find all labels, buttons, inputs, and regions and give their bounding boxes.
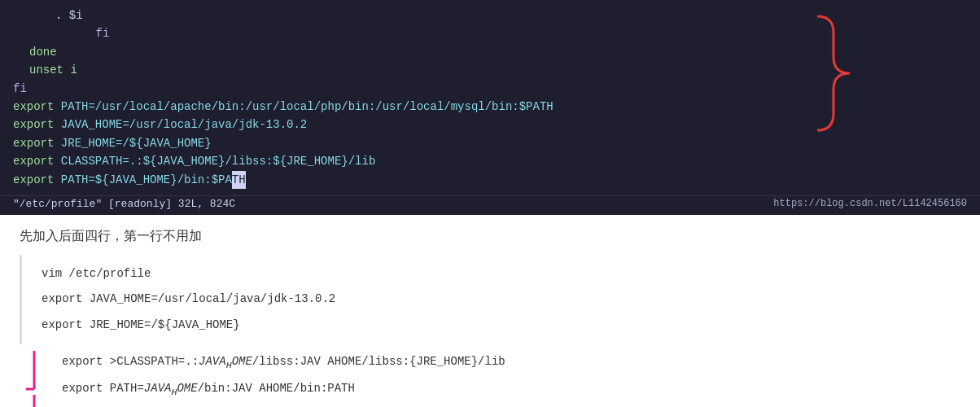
terminal-export-value: PATH=${JAVA_HOME}/bin:$PA bbox=[54, 171, 231, 189]
terminal-code: . $i bbox=[13, 7, 83, 24]
terminal-status-bar: "/etc/profile" [readonly] 32L, 824C http… bbox=[0, 195, 980, 215]
terminal-line-fi1: fi bbox=[13, 24, 967, 42]
terminal-export-keyword: export bbox=[13, 98, 54, 116]
instruction-line-4: export >CLASSPATH=.:JAVAHOME/libss:JAV A… bbox=[62, 349, 960, 376]
terminal-export-value: CLASSPATH=.:${JAVA_HOME}/libss:${JRE_HOM… bbox=[54, 152, 375, 170]
terminal-export-keyword: export bbox=[13, 152, 54, 170]
terminal-status-left: "/etc/profile" [readonly] 32L, 824C bbox=[13, 198, 235, 210]
terminal-export-keyword: export bbox=[13, 171, 54, 189]
bracket-lines-content: export >CLASSPATH=.:JAVAHOME/libss:JAV A… bbox=[39, 349, 960, 404]
terminal-line-export5: export PATH=${JAVA_HOME}/bin:$PATH bbox=[13, 171, 967, 189]
terminal-line-export2: export JAVA_HOME=/usr/local/java/jdk-13.… bbox=[13, 116, 967, 133]
description-text: 先加入后面四行，第一行不用加 bbox=[0, 215, 980, 252]
description-label: 先加入后面四行，第一行不用加 bbox=[20, 229, 202, 243]
terminal-block: . $i fi done unset i fi export PATH=/usr… bbox=[0, 0, 980, 195]
instruction-line-1: vim /etc/profile bbox=[42, 261, 941, 287]
terminal-wrapper: . $i fi done unset i fi export PATH=/usr… bbox=[0, 0, 980, 215]
terminal-code: unset i bbox=[13, 61, 77, 79]
terminal-line-unset: unset i bbox=[13, 61, 967, 79]
instruction-line-5: export PATH=JAVAHOME/bin:JAV AHOME/bin:P… bbox=[62, 376, 960, 403]
terminal-export-value: JAVA_HOME=/usr/local/java/jdk-13.0.2 bbox=[54, 116, 307, 133]
pink-bracket-svg bbox=[20, 344, 44, 407]
terminal-export-keyword: export bbox=[13, 134, 54, 152]
terminal-line-done: done bbox=[13, 43, 967, 61]
terminal-cursor: TH bbox=[232, 171, 246, 189]
terminal-code: fi bbox=[13, 24, 109, 42]
instruction-line-2: export JAVA_HOME=/usr/local/java/jdk-13.… bbox=[42, 287, 941, 312]
terminal-line-fi2: fi bbox=[13, 80, 967, 98]
terminal-code: done bbox=[13, 43, 57, 61]
terminal-line-export1: export PATH=/usr/local/apache/bin:/usr/l… bbox=[13, 98, 967, 116]
terminal-line-1: . $i bbox=[13, 7, 967, 24]
terminal-line-export4: export CLASSPATH=.:${JAVA_HOME}/libss:${… bbox=[13, 152, 967, 170]
java-sub-4: H bbox=[226, 360, 232, 371]
terminal-code: fi bbox=[13, 80, 27, 98]
java-italic-4: JAVAHOME bbox=[199, 355, 252, 368]
java-sub-5: H bbox=[171, 387, 177, 398]
terminal-export-value: JRE_HOME=/${JAVA_HOME} bbox=[54, 134, 211, 152]
terminal-export-value: PATH=/usr/local/apache/bin:/usr/local/ph… bbox=[54, 98, 553, 116]
bracket-section: export >CLASSPATH=.:JAVAHOME/libss:JAV A… bbox=[20, 344, 960, 407]
terminal-line-export3: export JRE_HOME=/${JAVA_HOME} bbox=[13, 134, 967, 152]
instruction-block: vim /etc/profile export JAVA_HOME=/usr/l… bbox=[20, 255, 960, 344]
instruction-line-3: export JRE_HOME=/${JAVA_HOME} bbox=[42, 313, 941, 338]
java-italic-5: JAVAHOME bbox=[144, 382, 198, 395]
terminal-export-keyword: export bbox=[13, 116, 54, 133]
terminal-status-right: https://blog.csdn.net/L1142456160 bbox=[773, 198, 967, 209]
